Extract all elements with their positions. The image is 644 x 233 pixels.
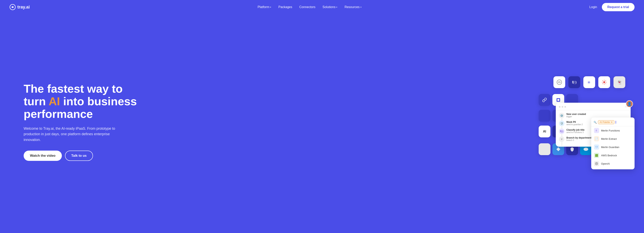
hero-visual: f(·) ✳ 👻 AI xyxy=(518,76,644,171)
user-avatar: 👤 xyxy=(626,100,633,107)
nav-item-resources[interactable]: Resources ▾ xyxy=(344,5,362,9)
wc-dot-1 xyxy=(559,106,560,108)
search-icon: 🔍 xyxy=(594,121,597,124)
hero-section: The fastest way to turn AI into business… xyxy=(0,14,644,233)
search-dropdown: 🔍 AI Palette ✕ f· Merlin Functions 📄 Me xyxy=(591,117,634,169)
dropdown-label-4: OpenAI xyxy=(601,162,610,165)
search-tag: AI Palette ✕ xyxy=(598,120,614,124)
dropdown-item-0[interactable]: f· Merlin Functions xyxy=(591,126,634,135)
nav-item-packages[interactable]: Packages xyxy=(278,5,292,9)
step-icon-3: f(·) xyxy=(559,129,564,134)
tag-close[interactable]: ✕ xyxy=(611,121,613,124)
dropdown-label-3: AWS Bedrock xyxy=(601,154,617,157)
svg-rect-13 xyxy=(557,99,559,101)
dropdown-label-2: Merlin Guardian xyxy=(601,146,620,149)
dropdown-icon-0: f· xyxy=(594,128,599,133)
svg-line-10 xyxy=(606,80,606,81)
svg-point-3 xyxy=(603,81,605,83)
search-cursor xyxy=(616,121,616,124)
icon-card-fx: f(·) xyxy=(568,76,580,88)
nav-links: Platform ▾ Packages Connectors Solutions… xyxy=(258,5,362,9)
icon-card-ghost: 👻 xyxy=(614,76,625,88)
navigation: tray.ai Platform ▾ Packages Connectors S… xyxy=(0,0,644,14)
icon-card-sq5 xyxy=(539,143,550,155)
svg-marker-18 xyxy=(556,147,560,151)
dropdown-icon-1: 📄 xyxy=(594,136,599,141)
hero-content: The fastest way to turn AI into business… xyxy=(24,82,138,161)
svg-line-9 xyxy=(606,83,606,84)
solutions-chevron: ▾ xyxy=(336,6,337,9)
dropdown-item-3[interactable]: 🟩 AWS Bedrock xyxy=(591,151,634,159)
step-icon-2: 🛡️ xyxy=(559,121,564,126)
step-icon-1: ⚙️ xyxy=(559,113,564,118)
wc-dot-2 xyxy=(562,106,563,108)
icon-card-sun xyxy=(598,76,610,88)
step-title-1: New user created xyxy=(566,113,628,116)
svg-point-1 xyxy=(557,80,562,85)
workflow-card: 👤 ··· ⚙️ New user created trigger xyxy=(556,103,630,147)
workflow-body: ⚙️ New user created trigger 🛡️ Mask PII … xyxy=(556,110,630,147)
ai-text: AI xyxy=(49,95,60,108)
dropdown-icon-4 xyxy=(594,161,599,166)
svg-point-19 xyxy=(584,148,588,151)
hero-subtitle: Welcome to Tray.ai, the AI-ready iPaaS. … xyxy=(24,126,122,143)
icon-card-chatgpt xyxy=(554,76,565,88)
logo-text: tray.ai xyxy=(17,5,30,10)
icon-card-sq2 xyxy=(539,110,550,122)
watch-video-button[interactable]: Watch the video xyxy=(24,151,62,161)
icon-card-link xyxy=(539,94,550,106)
dropdown-item-4[interactable]: OpenAI xyxy=(591,159,634,168)
nav-item-solutions[interactable]: Solutions ▾ xyxy=(322,5,338,9)
hero-title: The fastest way to turn AI into business… xyxy=(24,82,138,120)
icon-card-asterisk: ✳ xyxy=(583,76,595,88)
icon-card-ai: AI xyxy=(539,126,550,137)
svg-line-11 xyxy=(602,83,603,84)
step-icon-4: ⑂ xyxy=(559,136,564,142)
resources-chevron: ▾ xyxy=(360,6,362,9)
dropdown-icon-3: 🟩 xyxy=(594,153,599,158)
dropdown-label-0: Merlin Functions xyxy=(601,129,620,132)
dropdown-item-1[interactable]: 📄 Merlin Extract xyxy=(591,135,634,143)
login-link[interactable]: Login xyxy=(590,5,597,9)
svg-point-21 xyxy=(596,163,597,164)
svg-text:✳: ✳ xyxy=(587,80,591,85)
workflow-controls xyxy=(559,106,566,108)
svg-line-8 xyxy=(602,80,603,81)
dropdown-item-2[interactable]: 🛡 Merlin Guardian xyxy=(591,143,634,151)
dropdown-search-bar[interactable]: 🔍 AI Palette ✕ xyxy=(591,119,634,126)
nav-item-platform[interactable]: Platform ▾ xyxy=(258,5,272,9)
dropdown-label-1: Merlin Extract xyxy=(601,137,617,140)
logo[interactable]: tray.ai xyxy=(10,4,30,10)
platform-chevron: ▾ xyxy=(270,6,271,9)
nav-actions: Login Request a trial xyxy=(590,3,634,11)
hero-buttons: Watch the video Talk to us xyxy=(24,151,138,161)
wc-dot-3 xyxy=(564,106,566,108)
trial-button[interactable]: Request a trial xyxy=(602,3,634,11)
nav-item-connectors[interactable]: Connectors xyxy=(299,5,316,9)
dropdown-icon-2: 🛡 xyxy=(594,144,599,150)
workflow-header: ··· xyxy=(556,103,630,110)
talk-to-us-button[interactable]: Talk to us xyxy=(65,151,93,161)
